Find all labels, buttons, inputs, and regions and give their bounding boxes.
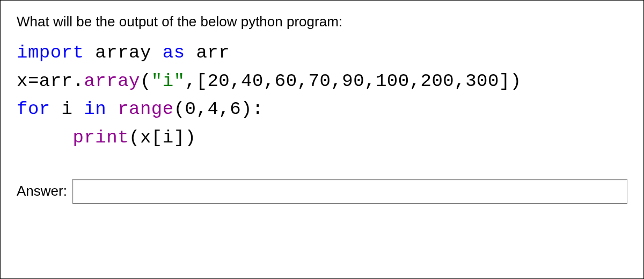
keyword-for: for <box>17 99 50 119</box>
func-array: array <box>84 71 140 91</box>
keyword-import: import <box>17 42 84 63</box>
code-line-3: for i in range(0,4,6): <box>17 95 627 124</box>
answer-label: Answer: <box>17 183 67 199</box>
code-text: (x[i]) <box>129 127 196 148</box>
code-text: ,[20,40,60,70,90,100,200,300]) <box>185 71 522 91</box>
answer-input[interactable] <box>72 179 627 204</box>
code-line-4: print(x[i]) <box>17 124 627 152</box>
func-print: print <box>73 127 129 148</box>
func-range: range <box>118 99 174 119</box>
code-line-2: x=arr.array("i",[20,40,60,70,90,100,200,… <box>17 67 627 96</box>
code-text: (0,4,6): <box>174 99 264 119</box>
keyword-in: in <box>84 99 106 119</box>
code-text: arr <box>185 42 230 63</box>
question-text: What will be the output of the below pyt… <box>17 13 627 30</box>
code-line-1: import array as arr <box>17 39 627 67</box>
code-text: array <box>84 42 162 63</box>
code-text: ( <box>140 71 151 91</box>
code-text: i <box>50 99 84 119</box>
code-indent <box>17 127 73 148</box>
keyword-as: as <box>163 42 185 63</box>
code-block: import array as arr x=arr.array("i",[20,… <box>17 39 627 152</box>
answer-row: Answer: <box>17 179 627 204</box>
code-text: x=arr. <box>17 71 84 91</box>
string-literal: "i" <box>151 71 185 91</box>
code-text <box>106 99 118 119</box>
